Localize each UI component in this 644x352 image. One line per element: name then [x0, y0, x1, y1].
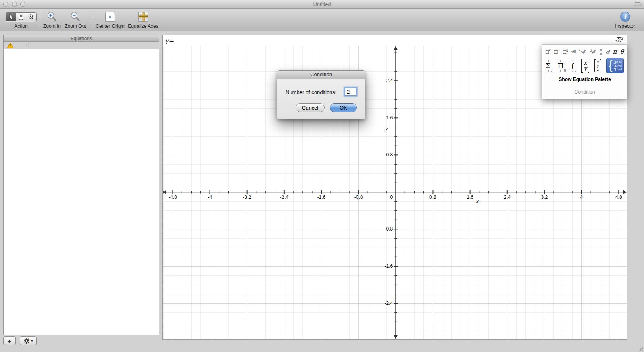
zoom-out-icon	[69, 11, 81, 23]
inspector-button[interactable]: i Inspector	[611, 10, 639, 29]
svg-text:-0.8: -0.8	[385, 226, 393, 232]
palette-vector-2d-template[interactable]: xy	[581, 59, 589, 73]
sigma-icon: Σ	[617, 37, 621, 43]
palette-integral-template[interactable]: ∫	[571, 60, 576, 72]
svg-text:-1.6: -1.6	[385, 263, 393, 269]
palette-summation-template[interactable]: Σ	[546, 60, 552, 72]
dialog-title-bar[interactable]: Condition	[277, 71, 365, 79]
cursor-arrow-icon	[8, 13, 14, 20]
svg-text:2.4: 2.4	[386, 78, 393, 83]
equalize-axes-label: Equalize Axes	[128, 23, 158, 29]
palette-power-3-template[interactable]: □3	[554, 49, 559, 55]
zoom-in-button[interactable]: Zoom In	[40, 10, 64, 29]
action-label: Action	[14, 23, 27, 29]
svg-text:2.4: 2.4	[504, 194, 511, 200]
palette-theta-symbol[interactable]: θ	[620, 48, 624, 55]
palette-square-root-template[interactable]: √	[571, 49, 576, 55]
palette-row-1: □2□3□▯√3√▯√∂πθ	[542, 47, 627, 56]
action-segmented-control	[6, 12, 37, 21]
svg-text:1.6: 1.6	[467, 194, 473, 200]
center-origin-button[interactable]: Center Origin	[94, 10, 126, 29]
center-origin-icon	[104, 11, 116, 23]
hand-icon	[17, 13, 25, 21]
equation-palette-popup: □2□3□▯√3√▯√∂πθ ΣΠ∫xyxyz{x<0x=0x>0 Show E…	[542, 44, 627, 99]
add-equation-button[interactable]: +	[3, 336, 16, 345]
svg-text:0.8: 0.8	[386, 152, 393, 158]
palette-cube-root-template[interactable]: 3√	[579, 49, 586, 55]
equations-header[interactable]: Equations	[4, 35, 159, 42]
resize-grip[interactable]	[638, 346, 643, 351]
inspector-icon: i	[620, 12, 630, 22]
equalize-axes-icon	[138, 11, 149, 23]
gear-caret-icon: ▾	[31, 339, 33, 343]
palette-row-2: ΣΠ∫xyxyz{x<0x=0x>0	[542, 56, 627, 75]
condition-dialog: Condition Number of conditions: Cancel O…	[277, 70, 365, 119]
action-tool-group: Action	[5, 10, 37, 29]
svg-text:3.2: 3.2	[541, 194, 548, 200]
toolbar-separator	[93, 10, 93, 27]
window-title: Untitled	[0, 1, 644, 7]
svg-text:0.8: 0.8	[429, 194, 436, 200]
warning-icon	[7, 42, 14, 48]
equations-sidebar: Equations	[3, 35, 159, 335]
zoom-in-icon	[46, 11, 58, 23]
zoom-in-label: Zoom In	[43, 23, 61, 29]
svg-text:4.8: 4.8	[615, 194, 622, 200]
svg-text:-2.4: -2.4	[385, 300, 393, 306]
center-origin-label: Center Origin	[96, 23, 124, 29]
toolbar-separator	[39, 10, 39, 27]
equation-list-row[interactable]	[4, 42, 159, 49]
palette-product-template[interactable]: Π	[558, 60, 566, 72]
conditions-count-input[interactable]	[345, 88, 356, 96]
palette-power-n-template[interactable]: □▯	[563, 49, 568, 55]
equation-text[interactable]: y=	[165, 37, 174, 44]
svg-text:-2.4: -2.4	[280, 194, 288, 200]
gear-icon	[23, 337, 30, 344]
svg-text:y: y	[384, 125, 389, 132]
title-bar[interactable]: Untitled	[0, 0, 644, 9]
pointer-tool-button[interactable]	[6, 13, 16, 21]
magnifier-plus-icon	[27, 13, 35, 21]
palette-status-label: Condition	[542, 89, 627, 95]
svg-text:-4.8: -4.8	[169, 194, 177, 200]
palette-partial-derivative[interactable]: ∂	[606, 48, 609, 55]
conditions-count-label: Number of conditions:	[286, 89, 336, 95]
zoom-tool-button[interactable]	[26, 13, 36, 21]
palette-fraction-template[interactable]	[600, 49, 603, 55]
gear-menu-button[interactable]: ▾	[20, 336, 37, 345]
palette-power-2-template[interactable]: □2	[546, 49, 551, 55]
ok-button[interactable]: OK	[330, 103, 357, 112]
inspector-label: Inspector	[615, 23, 635, 29]
zoom-out-label: Zoom Out	[65, 23, 86, 29]
equalize-axes-button[interactable]: Equalize Axes	[125, 10, 161, 29]
palette-condition-template[interactable]: {x<0x=0x>0	[606, 58, 624, 73]
zoom-out-button[interactable]: Zoom Out	[63, 10, 88, 29]
svg-text:1.6: 1.6	[386, 115, 393, 121]
svg-text:4: 4	[580, 194, 583, 200]
equation-palette-toggle[interactable]: ▾ Σ x	[615, 37, 623, 43]
svg-text:-3.2: -3.2	[243, 194, 251, 200]
show-equation-palette-menu-item[interactable]: Show Equation Palette	[542, 77, 627, 82]
hand-tool-button[interactable]	[16, 13, 26, 21]
toolbar: Action Zoom In Zoom Out	[0, 9, 644, 31]
cancel-button[interactable]: Cancel	[296, 103, 325, 112]
palette-nth-root-template[interactable]: ▯√	[590, 49, 596, 55]
palette-vector-3d-template[interactable]: xyz	[594, 59, 601, 72]
toolbar-toggle-button[interactable]	[634, 2, 642, 6]
palette-pi-symbol[interactable]: π	[613, 48, 617, 55]
text-cursor	[27, 43, 29, 48]
svg-text:0: 0	[390, 194, 393, 200]
svg-text:-0.8: -0.8	[354, 194, 363, 200]
svg-text:-1.6: -1.6	[317, 194, 326, 200]
svg-text:-4: -4	[208, 194, 212, 200]
